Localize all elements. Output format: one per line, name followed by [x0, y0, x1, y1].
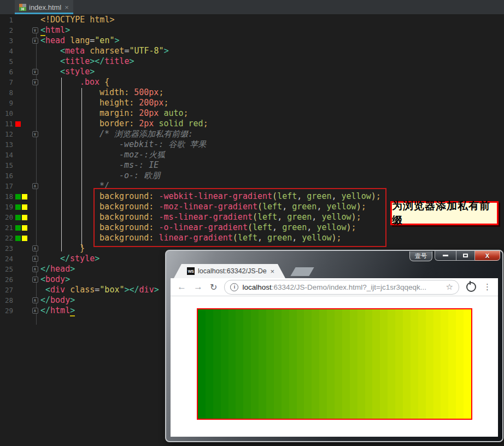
editor-tab-close-icon[interactable]: ×: [65, 3, 69, 11]
token: >: [70, 295, 75, 305]
close-button[interactable]: X: [475, 251, 500, 261]
code-line[interactable]: 4<meta charset="UTF-8">: [0, 46, 504, 56]
code-text: -webkit-: 谷歌 苹果: [40, 139, 504, 150]
reload-icon[interactable]: ↻: [210, 282, 217, 292]
line-number: 26: [0, 274, 13, 285]
fold-end-icon[interactable]: ∧: [32, 256, 38, 262]
code-line[interactable]: 1<!DOCTYPE html>: [0, 15, 504, 25]
code-line[interactable]: 11border: 2px solid red;: [0, 119, 504, 129]
token: >: [129, 56, 134, 66]
back-icon[interactable]: ←: [177, 281, 186, 292]
fold-end-icon[interactable]: ∧: [32, 183, 38, 189]
code-line[interactable]: 13-webkit-: 谷歌 苹果: [0, 139, 504, 150]
code-text: /* 浏览器添加私有前缀:: [40, 129, 504, 139]
code-line[interactable]: 5<title></title>: [0, 56, 504, 67]
code-line[interactable]: 15-ms-: IE: [0, 160, 504, 171]
code-line[interactable]: 9height: 200px;: [0, 98, 504, 108]
fold-open-icon[interactable]: ∨: [32, 277, 38, 283]
browser-tab[interactable]: WS localhost:63342/JS-De ×: [174, 264, 285, 278]
fold-open-icon[interactable]: ∨: [32, 38, 38, 44]
code-line[interactable]: 12∨/* 浏览器添加私有前缀:: [0, 129, 504, 139]
maximize-icon: [463, 254, 468, 257]
code-line[interactable]: 8width: 500px;: [0, 87, 504, 98]
fold-open-icon[interactable]: ∨: [32, 27, 38, 33]
token: <: [40, 274, 45, 284]
gutter-swatches: [14, 204, 30, 210]
minimize-button[interactable]: [435, 251, 456, 261]
token: {: [99, 77, 109, 87]
code-line[interactable]: 10margin: 20px auto;: [0, 108, 504, 119]
editor-tab-index-html[interactable]: H index.html ×: [15, 0, 73, 14]
color-swatch[interactable]: [15, 225, 21, 231]
gutter-swatches: [14, 236, 30, 241]
gradient-box: [197, 308, 472, 420]
color-swatch[interactable]: [22, 204, 27, 210]
browser-title-bar[interactable]: 壹号 X: [166, 251, 502, 263]
token: }: [80, 243, 85, 253]
annotation-rectangle: [93, 188, 386, 247]
color-swatch[interactable]: [22, 194, 27, 199]
fold-end-icon[interactable]: ∧: [32, 297, 38, 303]
code-line[interactable]: 2∨<html>: [0, 25, 504, 36]
token: <: [40, 36, 45, 45]
code-line[interactable]: 6∨<style>: [0, 67, 504, 77]
gutter-swatches: [14, 121, 30, 127]
fold-end-icon[interactable]: ∧: [32, 266, 38, 272]
bookmark-star-icon[interactable]: ☆: [446, 282, 453, 292]
token: -o-: 欧朋: [119, 171, 160, 180]
fold-open-icon[interactable]: ∨: [32, 69, 38, 75]
line-number: 2: [0, 25, 13, 36]
code-line[interactable]: 16-o-: 欧朋: [0, 171, 504, 181]
token: [184, 119, 189, 128]
token: >: [90, 56, 95, 66]
fold-column: ∨: [30, 27, 40, 33]
code-text: -ms-: IE: [40, 160, 504, 171]
line-number: 15: [0, 160, 13, 171]
fold-open-icon[interactable]: ∨: [32, 131, 38, 137]
page-info-icon[interactable]: i: [230, 283, 238, 291]
fold-column: ∧: [30, 297, 40, 303]
line-number: 3: [0, 36, 13, 46]
fold-open-icon[interactable]: ∨: [32, 79, 38, 85]
fold-end-icon[interactable]: ∧: [32, 308, 38, 314]
browser-window[interactable]: 壹号 X WS localhost:63342/JS-De × ← → ↻ i: [165, 250, 503, 442]
code-line[interactable]: 3∨<head lang="en">: [0, 36, 504, 46]
forward-icon[interactable]: →: [194, 281, 203, 292]
new-tab-button[interactable]: [290, 267, 314, 276]
token: "UTF-8": [129, 46, 163, 56]
token: -ms-: IE: [119, 160, 159, 170]
line-number: 7: [0, 77, 13, 87]
browser-tab-close-icon[interactable]: ×: [270, 267, 274, 275]
html-file-icon: H: [19, 4, 26, 11]
code-line[interactable]: 7∨.box {: [0, 77, 504, 87]
token: </: [60, 254, 70, 263]
color-swatch[interactable]: [22, 225, 27, 231]
token: div: [139, 285, 154, 295]
color-swatch[interactable]: [15, 204, 21, 210]
line-number: 9: [0, 98, 13, 108]
code-line[interactable]: 14-moz-:火狐: [0, 150, 504, 160]
power-extension-icon[interactable]: [466, 282, 476, 292]
code-text: margin: 20px auto;: [40, 108, 504, 119]
color-swatch[interactable]: [15, 121, 21, 127]
profile-button[interactable]: 壹号: [409, 251, 432, 261]
fold-column: ∨: [30, 69, 40, 75]
color-swatch[interactable]: [22, 236, 27, 241]
maximize-button[interactable]: [456, 251, 475, 261]
token: </: [40, 264, 50, 274]
menu-dots-icon[interactable]: ⋮: [483, 282, 491, 292]
line-number: 29: [0, 306, 13, 316]
fold-column: ∧: [30, 245, 40, 251]
url-host: localhost: [242, 283, 271, 291]
color-swatch[interactable]: [15, 215, 21, 220]
fold-end-icon[interactable]: ∧: [32, 245, 38, 251]
code-text: <title></title>: [40, 56, 504, 67]
browser-tab-strip[interactable]: WS localhost:63342/JS-De ×: [166, 263, 502, 278]
token: .box: [80, 77, 99, 87]
color-swatch[interactable]: [15, 194, 21, 199]
token: >: [125, 285, 130, 295]
address-bar[interactable]: i localhost:63342/JS-Demo/index.html?_ij…: [224, 280, 459, 295]
color-swatch[interactable]: [15, 236, 21, 241]
color-swatch[interactable]: [22, 215, 27, 220]
url-text[interactable]: localhost:63342/JS-Demo/index.html?_ijt=…: [242, 283, 442, 291]
